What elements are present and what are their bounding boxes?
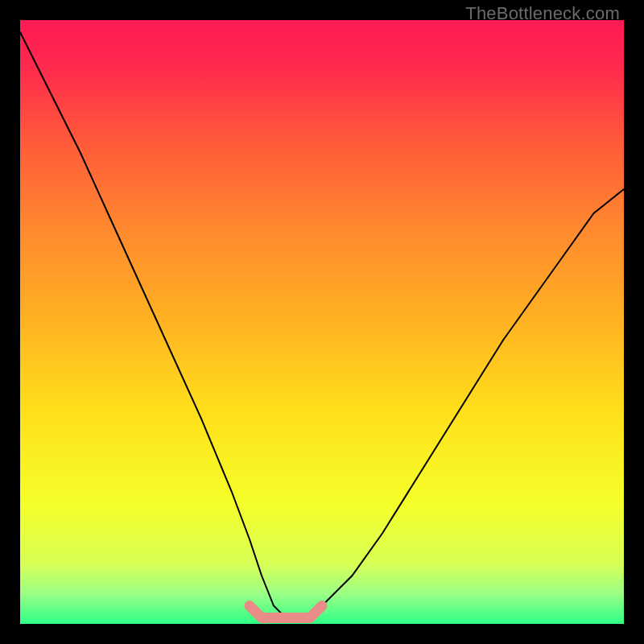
bottleneck-curve: [20, 32, 624, 618]
chart-plot-area: [20, 20, 624, 624]
chart-svg: [20, 20, 624, 624]
watermark-text: TheBottleneck.com: [465, 3, 620, 24]
chart-frame: TheBottleneck.com: [0, 0, 644, 644]
optimal-band-highlight: [250, 606, 322, 618]
